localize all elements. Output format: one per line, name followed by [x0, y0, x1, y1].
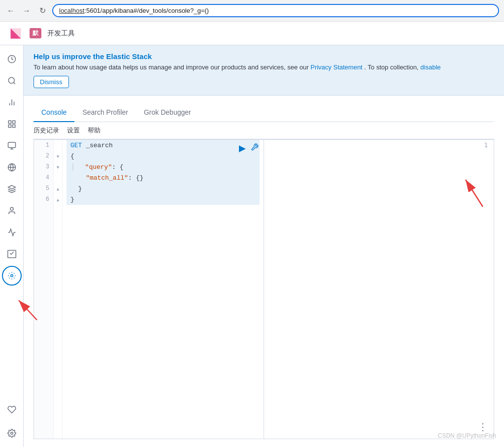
header-title: 开发工具 [47, 29, 75, 38]
sidebar-item-ml[interactable] [2, 179, 22, 199]
sidebar-item-apm[interactable] [2, 223, 22, 242]
response-pane: 1 ⋮ [264, 140, 494, 439]
input-pane: 1 2 3 4 5 6 ▾ ▾ ▴ [34, 140, 264, 439]
three-dot-menu[interactable]: ⋮ [478, 421, 488, 433]
forward-button[interactable]: → [21, 5, 33, 17]
help-banner: Help us improve the Elastic Stack To lea… [24, 45, 504, 96]
dismiss-button[interactable]: Dismiss [34, 76, 69, 88]
kibana-logo [8, 26, 24, 41]
sidebar-item-recent[interactable] [2, 49, 22, 69]
token-brace-open: { [70, 153, 74, 160]
token-query-key: "query": { [72, 163, 124, 171]
token-match-all: "match_all": {} [70, 174, 143, 182]
code-line-6[interactable]: } [67, 194, 260, 205]
tab-bar: Console Search Profiler Grok Debugger [34, 103, 494, 122]
header-badge: 默 [30, 28, 41, 38]
address-bar[interactable]: localhost:5601/app/kibana#/dev_tools/con… [52, 4, 499, 17]
svg-point-3 [8, 77, 14, 83]
editor-gutter: 1 2 3 4 5 6 [34, 140, 54, 439]
svg-rect-8 [8, 121, 11, 123]
privacy-statement-link[interactable]: Privacy Statement [310, 64, 363, 71]
gutter-line-6: 6 [34, 194, 53, 205]
wrench-button[interactable] [250, 142, 260, 155]
sidebar-item-monitoring[interactable] [2, 400, 22, 419]
sidebar-item-uptime[interactable] [2, 244, 22, 264]
sidebar-item-devtools[interactable] [2, 266, 22, 286]
editor-actions: ▶ [238, 142, 260, 155]
code-line-2[interactable]: { [67, 151, 260, 161]
console-toolbar: 历史记录 设置 帮助 [34, 122, 494, 139]
banner-title: Help us improve the Elastic Stack [34, 52, 494, 61]
sidebar [0, 45, 24, 447]
code-line-3[interactable]: "query": { [67, 161, 260, 172]
tab-console[interactable]: Console [34, 103, 74, 122]
svg-marker-17 [8, 186, 15, 190]
toolbar-settings[interactable]: 设置 [67, 126, 80, 135]
tab-search-profiler[interactable]: Search Profiler [74, 103, 136, 122]
fold-1[interactable] [54, 140, 62, 151]
token-get: GET [70, 142, 82, 149]
svg-rect-12 [8, 142, 15, 148]
sidebar-item-visualize[interactable] [2, 93, 22, 112]
gutter-line-1: 1 [34, 140, 53, 151]
gutter-line-2: 2 [34, 151, 53, 161]
svg-point-18 [10, 207, 13, 210]
fold-3[interactable]: ▾ [54, 161, 62, 172]
gutter-line-5: 5 [34, 183, 53, 194]
address-host: localhost [59, 7, 84, 14]
code-line-5[interactable]: } [67, 183, 260, 194]
editor-container: 1 2 3 4 5 6 ▾ ▾ ▴ [34, 139, 494, 439]
token-root-close: } [70, 196, 74, 203]
sidebar-item-discover[interactable] [2, 71, 22, 91]
fold-column: ▾ ▾ ▴ ▴ [54, 140, 63, 439]
code-editor[interactable]: 1 2 3 4 5 6 ▾ ▾ ▴ [34, 140, 264, 439]
app-container: Help us improve the Elastic Stack To lea… [0, 45, 504, 447]
back-button[interactable]: ← [5, 5, 17, 17]
toolbar-history[interactable]: 历史记录 [34, 126, 59, 135]
address-path: /app/kibana#/dev_tools/console?_g=() [101, 7, 209, 14]
fold-4 [54, 172, 62, 183]
address-text: localhost:5601/app/kibana#/dev_tools/con… [59, 7, 209, 14]
svg-line-4 [13, 82, 15, 84]
toolbar-help[interactable]: 帮助 [88, 126, 101, 135]
gutter-line-3: 3 [34, 161, 53, 172]
browser-toolbar: ← → ↻ localhost:5601/app/kibana#/dev_too… [0, 0, 504, 21]
sidebar-item-siem[interactable] [2, 201, 22, 221]
fold-2[interactable]: ▾ [54, 151, 62, 161]
sidebar-item-canvas[interactable] [2, 136, 22, 156]
fold-5[interactable]: ▴ [54, 183, 62, 194]
address-port: :5601 [84, 7, 101, 14]
gutter-line-4: 4 [34, 172, 53, 183]
code-line-4[interactable]: "match_all": {} [67, 172, 260, 183]
svg-rect-10 [12, 125, 15, 128]
devtools-panel: Console Search Profiler Grok Debugger 历史… [24, 96, 504, 447]
sidebar-item-settings[interactable] [2, 423, 22, 443]
svg-rect-9 [12, 121, 15, 123]
response-line-num: 1 [484, 142, 488, 149]
disable-link[interactable]: disable [420, 64, 440, 71]
sidebar-item-dashboard[interactable] [2, 114, 22, 134]
token-query-close: } [70, 185, 82, 192]
svg-rect-11 [8, 125, 11, 128]
svg-point-20 [10, 432, 13, 435]
browser-chrome: ← → ↻ localhost:5601/app/kibana#/dev_too… [0, 0, 504, 22]
token-search: _search [86, 142, 113, 149]
watermark: CSDN @UPythonFish [438, 432, 496, 439]
app-header: 默 开发工具 [0, 22, 504, 45]
svg-point-19 [10, 275, 13, 277]
tab-grok-debugger[interactable]: Grok Debugger [136, 103, 199, 122]
sidebar-item-maps[interactable] [2, 158, 22, 177]
refresh-button[interactable]: ↻ [36, 5, 48, 17]
run-button[interactable]: ▶ [238, 142, 247, 155]
fold-6[interactable]: ▴ [54, 194, 62, 205]
code-content[interactable]: GET _search { "query": { "match_all": {} [63, 140, 264, 439]
banner-text: To learn about how usage data helps us m… [34, 64, 494, 71]
code-line-1[interactable]: GET _search [67, 140, 260, 151]
main-content: Help us improve the Elastic Stack To lea… [24, 45, 504, 447]
